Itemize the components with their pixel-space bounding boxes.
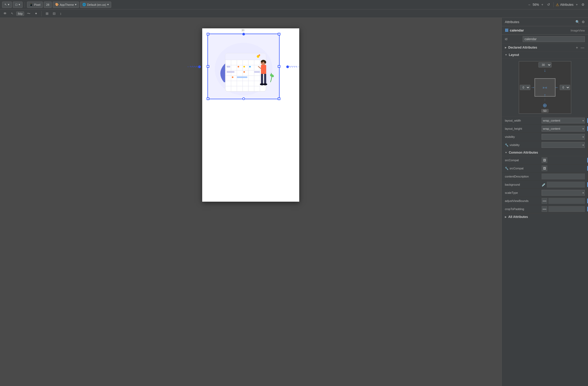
- handle-bottom-center[interactable]: [242, 97, 245, 100]
- declared-add-btn[interactable]: +: [575, 45, 579, 50]
- src-compat-tools-text: srcCompat: [510, 167, 523, 170]
- top-margin-select[interactable]: 30: [538, 62, 552, 67]
- canvas-area[interactable]: 30 ←∿∿∿∿⬤ ⬤∿∿∿∿→: [0, 18, 501, 386]
- cursor-icon: ↖: [4, 3, 7, 6]
- curve-tool-btn[interactable]: 〜: [26, 11, 32, 17]
- tool-dropdown[interactable]: ↖ ▾: [2, 2, 12, 8]
- declared-attrs-section-header[interactable]: ▶ Declared Attributes + —: [502, 44, 588, 51]
- content-desc-value: [542, 174, 585, 179]
- adjust-bounds-value: —: [542, 198, 585, 204]
- shape-icon: ◻: [15, 3, 18, 6]
- device-frame: 30 ←∿∿∿∿⬤ ⬤∿∿∿∿→: [202, 28, 299, 202]
- eye-btn[interactable]: 👁: [2, 11, 8, 17]
- add-constraint-btn[interactable]: ⊕: [543, 102, 547, 108]
- handle-top-left[interactable]: [207, 33, 209, 35]
- theme-btn[interactable]: 🎨 AppTheme ▾: [53, 2, 79, 8]
- background-row: background 💉: [502, 181, 588, 189]
- handle-middle-right[interactable]: [278, 65, 280, 68]
- handle-bottom-right[interactable]: [278, 97, 280, 100]
- api-value: 28: [46, 3, 49, 6]
- bottom-margin-area: ↑ ⋮ ⊕ 50: [541, 93, 548, 113]
- scale-type-select[interactable]: center centerCrop centerInside fitCenter…: [542, 190, 585, 196]
- common-attrs-section-header[interactable]: ▼ Common Attributes: [502, 149, 588, 156]
- svg-rect-23: [254, 71, 260, 73]
- pixel-btn[interactable]: 📱 Pixel: [27, 2, 43, 8]
- bottom-arrow-icon: ↑: [544, 93, 546, 98]
- layout-width-select[interactable]: wrap_content match_parent match_constrai…: [542, 118, 585, 123]
- crop-padding-value: —: [542, 206, 585, 212]
- crop-padding-input[interactable]: [548, 206, 585, 212]
- svg-rect-17: [227, 66, 230, 67]
- layout-height-value: wrap_content match_parent match_constrai…: [542, 126, 585, 132]
- adjust-bounds-toggle[interactable]: —: [542, 198, 547, 204]
- separator-zoom: [553, 2, 554, 7]
- crop-padding-row: cropToPadding —: [502, 205, 588, 213]
- zoom-plus-btn[interactable]: +: [540, 2, 545, 8]
- content-desc-input[interactable]: [542, 174, 585, 179]
- visibility-tools-select[interactable]: visible invisible gone: [542, 142, 585, 148]
- right-margin-area: ← 0: [555, 85, 570, 90]
- layout-height-label: layout_height: [505, 127, 542, 130]
- layout-section-header[interactable]: ▼ Layout: [502, 51, 588, 59]
- src-compat-label: srcCompat: [505, 159, 542, 162]
- wrench-icon: 🔧: [505, 143, 509, 147]
- layout-grid-btn[interactable]: ⊞: [44, 11, 50, 17]
- element-header: 🖼 calendar ImageView: [502, 26, 588, 35]
- handle-top-center[interactable]: [242, 33, 245, 35]
- svg-rect-25: [237, 76, 247, 78]
- element-name-row: 🖼 calendar: [505, 28, 524, 32]
- layout-width-value: wrap_content match_parent match_constrai…: [542, 118, 585, 123]
- zoom-fit-btn[interactable]: ↺: [546, 2, 551, 8]
- spring-right-handle: ⬤∿∿∿∿→: [286, 65, 300, 68]
- left-margin-area: 0 →: [520, 85, 535, 90]
- align-btn[interactable]: ⊟: [51, 11, 57, 17]
- panel-settings-icon[interactable]: ⚙: [582, 20, 585, 24]
- common-collapse-icon: ▼: [505, 151, 507, 154]
- locale-label: Default (en-us): [87, 3, 106, 6]
- magic-tool-btn[interactable]: ✦: [33, 11, 39, 17]
- right-margin-select[interactable]: 0: [560, 85, 570, 90]
- calendar-illustration: [208, 34, 279, 99]
- adjust-bounds-row: adjustViewBounds —: [502, 197, 588, 205]
- zoom-controls: – 56% + ↺ ⚠ Attributes + ⚙: [527, 2, 586, 8]
- shape-dropdown-arrow: ▾: [19, 3, 20, 6]
- layout-width-label: layout_width: [505, 119, 542, 122]
- spacing-btn[interactable]: ↕: [58, 11, 63, 17]
- settings-btn[interactable]: ⚙: [580, 2, 586, 8]
- crop-padding-toggle[interactable]: —: [542, 206, 547, 212]
- search-btn[interactable]: +: [574, 2, 579, 8]
- bottom-dots: ⋮: [543, 98, 546, 102]
- layout-height-select[interactable]: wrap_content match_parent match_constrai…: [542, 126, 585, 132]
- tool-dropdown-arrow: ▾: [8, 3, 9, 6]
- top-arrow-icon: ↓: [544, 68, 546, 73]
- handle-top-right[interactable]: [278, 33, 280, 35]
- top-toolbar: ↖ ▾ ◻ ▾ 📱 Pixel 28 🎨 AppTheme ▾ 🌐 Defaul…: [0, 0, 588, 9]
- panel-title: Attributes: [505, 20, 519, 24]
- locale-btn[interactable]: 🌐 Default (en-us) ▾: [80, 2, 111, 8]
- src-compat-tools-icon-btn[interactable]: 🖼: [542, 165, 547, 171]
- api-btn[interactable]: 28: [44, 2, 52, 8]
- select-mode-btn[interactable]: ↖: [10, 11, 15, 17]
- svg-rect-21: [227, 71, 234, 73]
- svg-point-19: [243, 66, 245, 67]
- handle-middle-left[interactable]: [207, 65, 209, 68]
- separator-1: [25, 2, 25, 7]
- id-input[interactable]: [523, 36, 585, 42]
- adjust-bounds-input[interactable]: [548, 198, 585, 204]
- eyedropper-btn[interactable]: 💉: [542, 183, 546, 187]
- declared-expand-icon: ▶: [505, 46, 507, 49]
- left-margin-select[interactable]: 0: [520, 85, 530, 90]
- svg-rect-29: [264, 74, 266, 84]
- right-panel: Attributes 🔍 ⚙ 🖼 calendar ImageView id ▶…: [501, 18, 588, 386]
- background-input[interactable]: [547, 182, 585, 187]
- zoom-minus-btn[interactable]: –: [527, 2, 532, 8]
- all-attrs-section-header[interactable]: ▶ All Attributes: [502, 213, 588, 220]
- panel-search-icon[interactable]: 🔍: [575, 20, 580, 24]
- selected-image-view[interactable]: 30 ←∿∿∿∿⬤ ⬤∿∿∿∿→: [207, 34, 280, 99]
- handle-bottom-left[interactable]: [207, 97, 209, 100]
- shape-tool[interactable]: ◻ ▾: [13, 2, 23, 8]
- src-compat-icon-btn[interactable]: 🖼: [542, 157, 547, 163]
- declared-remove-btn[interactable]: —: [580, 45, 585, 50]
- visibility-select[interactable]: visible invisible gone: [542, 134, 585, 140]
- calendar-svg: [210, 35, 278, 98]
